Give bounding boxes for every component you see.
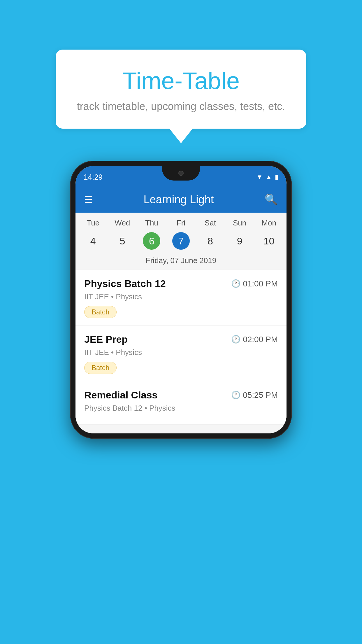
time-value-1: 02:00 PM [243,335,278,344]
clock-icon-1: 🕐 [231,335,240,344]
phone-screen: 14:29 ▼ ▲ ▮ ☰ Learning Light 🔍 Tue [75,166,287,433]
class-name-2: Remedial Class [84,389,157,401]
calendar-section: Tue Wed Thu Fri Sat Sun Mon 4 5 6 7 8 9 … [75,213,287,270]
camera-dot [178,171,184,176]
phone-bottom [75,425,287,433]
clock-icon-0: 🕐 [231,279,240,288]
class-time-1: 🕐 02:00 PM [231,335,278,344]
class-meta-2: Physics Batch 12 • Physics [84,404,278,413]
battery-icon: ▮ [275,173,278,181]
signal-icon: ▲ [266,173,272,181]
day-fri: Fri [166,218,196,228]
day-tue: Tue [78,218,108,228]
class-card-1[interactable]: JEE Prep 🕐 02:00 PM IIT JEE • Physics Ba… [75,326,287,381]
class-time-0: 🕐 01:00 PM [231,279,278,288]
time-value-0: 01:00 PM [243,279,278,288]
speech-bubble: Time-Table track timetable, upcoming cla… [56,50,306,129]
notch [162,166,200,181]
phone-outer: 14:29 ▼ ▲ ▮ ☰ Learning Light 🔍 Tue [70,161,292,439]
time-value-2: 05:25 PM [243,391,278,400]
class-card-header-1: JEE Prep 🕐 02:00 PM [84,334,278,345]
class-meta-0: IIT JEE • Physics [84,292,278,301]
date-9[interactable]: 9 [225,232,254,250]
status-bar: 14:29 ▼ ▲ ▮ [75,166,287,186]
status-icons: ▼ ▲ ▮ [256,173,278,181]
class-name-1: JEE Prep [84,334,128,345]
menu-icon[interactable]: ☰ [84,194,93,205]
wifi-icon: ▼ [256,173,263,181]
batch-badge-1: Batch [84,362,117,374]
class-meta-1: IIT JEE • Physics [84,348,278,357]
date-8[interactable]: 8 [196,232,225,250]
bubble-subtitle: track timetable, upcoming classes, tests… [73,100,289,113]
phone-wrapper: 14:29 ▼ ▲ ▮ ☰ Learning Light 🔍 Tue [70,161,292,439]
date-4[interactable]: 4 [78,232,108,250]
selected-date-label: Friday, 07 June 2019 [75,254,287,270]
app-title: Learning Light [144,193,214,206]
app-bar: ☰ Learning Light 🔍 [75,186,287,213]
date-7-selected[interactable]: 7 [172,232,190,250]
date-10[interactable]: 10 [254,232,284,250]
day-mon: Mon [254,218,284,228]
calendar-days-header: Tue Wed Thu Fri Sat Sun Mon [75,213,287,230]
classes-list: Physics Batch 12 🕐 01:00 PM IIT JEE • Ph… [75,270,287,425]
day-sat: Sat [196,218,225,228]
status-time: 14:29 [84,173,103,182]
class-time-2: 🕐 05:25 PM [231,391,278,400]
class-card-header-0: Physics Batch 12 🕐 01:00 PM [84,278,278,289]
speech-bubble-wrapper: Time-Table track timetable, upcoming cla… [56,50,306,143]
day-wed: Wed [108,218,137,228]
class-card-2[interactable]: Remedial Class 🕐 05:25 PM Physics Batch … [75,381,287,425]
day-sun: Sun [225,218,254,228]
date-5[interactable]: 5 [108,232,137,250]
batch-badge-0: Batch [84,306,117,318]
bubble-arrow [169,129,193,143]
date-6-today[interactable]: 6 [143,232,160,250]
clock-icon-2: 🕐 [231,391,240,400]
bubble-title: Time-Table [73,67,289,94]
search-icon[interactable]: 🔍 [265,193,278,206]
class-name-0: Physics Batch 12 [84,278,166,289]
calendar-dates: 4 5 6 7 8 9 10 [75,230,287,254]
class-card-header-2: Remedial Class 🕐 05:25 PM [84,389,278,401]
day-thu: Thu [137,218,166,228]
class-card-0[interactable]: Physics Batch 12 🕐 01:00 PM IIT JEE • Ph… [75,270,287,326]
